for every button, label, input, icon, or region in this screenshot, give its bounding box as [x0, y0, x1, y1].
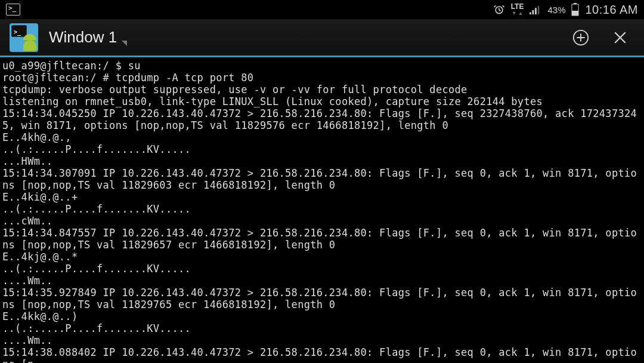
- spinner-triangle-icon: [122, 41, 127, 46]
- terminal-line: ...HWm..: [2, 155, 642, 167]
- window-title: Window 1: [49, 28, 117, 47]
- terminal-line: ....Wm..: [2, 334, 642, 346]
- data-activity-arrows: ▼ ▲: [512, 11, 524, 16]
- battery-icon: [571, 3, 579, 16]
- battery-percent: 43%: [547, 5, 565, 15]
- terminal-line: listening on rmnet_usb0, link-type LINUX…: [2, 96, 642, 107]
- android-status-bar: >_ LTE ▼ ▲ 43%: [0, 0, 644, 19]
- terminal-line: E..4kk@.@..): [2, 310, 642, 322]
- svg-rect-3: [535, 8, 537, 14]
- terminal-line: ....Wm..: [2, 275, 642, 287]
- terminal-output[interactable]: u0_a99@jfltecan:/ $ suroot@jfltecan:/ # …: [0, 57, 644, 363]
- close-window-button[interactable]: [606, 23, 634, 52]
- terminal-line: ...cWm..: [2, 215, 642, 227]
- terminal-line: E..4kj@.@..*: [2, 251, 642, 263]
- network-label: LTE: [511, 3, 524, 10]
- svg-rect-2: [532, 10, 534, 14]
- terminal-line: ..(.:.....P....f.......KV.....: [2, 203, 642, 215]
- window-spinner[interactable]: Window 1: [49, 28, 127, 47]
- terminal-line: 15:14:35.927849 IP 10.226.143.40.47372 >…: [2, 287, 642, 310]
- signal-icon: [530, 4, 541, 15]
- terminal-line: E..4ki@.@..+: [2, 191, 642, 203]
- status-clock: 10:16 AM: [585, 3, 638, 17]
- terminal-line: tcpdump: verbose output suppressed, use …: [2, 84, 642, 96]
- terminal-line: ..(.:.....P....f.......KV.....: [2, 143, 642, 155]
- up-arrow-icon: ▲: [518, 11, 524, 16]
- terminal-line: root@jfltecan:/ # tcpdump -A tcp port 80: [2, 72, 642, 84]
- svg-rect-4: [538, 6, 540, 15]
- status-right: LTE ▼ ▲ 43% 10:16 AM: [493, 3, 638, 17]
- alarm-icon: [493, 4, 505, 16]
- terminal-line: 15:14:38.088402 IP 10.226.143.40.47372 >…: [2, 346, 642, 363]
- terminal-line: 15:14:34.847557 IP 10.226.143.40.47372 >…: [2, 227, 642, 251]
- svg-rect-1: [530, 13, 531, 15]
- terminal-line: 15:14:34.307091 IP 10.226.143.40.47372 >…: [2, 167, 642, 191]
- app-icon[interactable]: [10, 23, 38, 52]
- svg-rect-7: [572, 11, 578, 16]
- terminal-line: ..(.:.....P....f.......KV.....: [2, 263, 642, 275]
- network-type-indicator: LTE ▼ ▲: [511, 3, 524, 16]
- down-arrow-icon: ▼: [512, 11, 517, 16]
- terminal-notification-icon: >_: [6, 4, 20, 16]
- terminal-line: u0_a99@jfltecan:/ $ su: [2, 60, 642, 72]
- terminal-line: ..(.:.....P....f.......KV.....: [2, 322, 642, 334]
- add-window-button[interactable]: [566, 23, 595, 52]
- terminal-line: 15:14:34.045250 IP 10.226.143.40.47372 >…: [2, 107, 642, 131]
- status-left: >_: [6, 4, 20, 16]
- terminal-line: E..4kh@.@.,: [2, 131, 642, 143]
- app-action-bar: Window 1: [0, 19, 644, 57]
